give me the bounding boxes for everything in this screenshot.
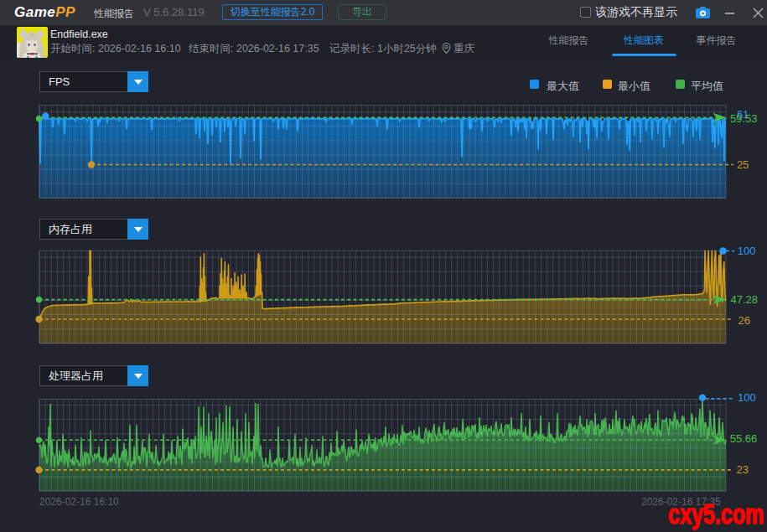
- svg-text:59.53: 59.53: [730, 112, 758, 125]
- svg-text:23: 23: [737, 463, 749, 476]
- svg-text:25: 25: [737, 158, 749, 171]
- svg-text:26: 26: [738, 314, 750, 327]
- svg-text:100: 100: [738, 245, 756, 257]
- svg-text:55.66: 55.66: [730, 432, 758, 445]
- svg-text:100: 100: [738, 391, 756, 404]
- svg-text:47.28: 47.28: [731, 293, 759, 306]
